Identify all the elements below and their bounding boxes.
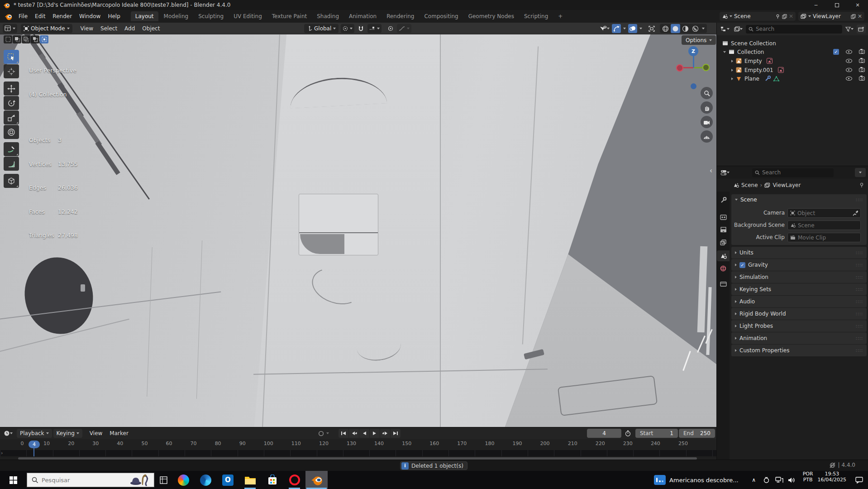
tool-select-box[interactable]	[4, 50, 19, 64]
outliner-row-empty[interactable]: Empty	[717, 57, 868, 65]
jump-to-end-button[interactable]	[391, 429, 401, 438]
overlays-toggle[interactable]	[628, 24, 637, 33]
tool-annotate[interactable]	[4, 142, 19, 156]
play-reverse-button[interactable]	[359, 429, 369, 438]
tab-animation[interactable]: Animation	[344, 11, 381, 21]
maximize-button[interactable]	[826, 0, 847, 10]
remove-icon[interactable]: ✕	[858, 13, 862, 19]
panel-grip[interactable]: ::::	[856, 299, 863, 304]
jump-next-keyframe-button[interactable]	[380, 429, 390, 438]
snap-toggle[interactable]	[357, 24, 365, 33]
tab-geometry-nodes[interactable]: Geometry Nodes	[464, 11, 519, 21]
properties-search[interactable]	[752, 168, 834, 177]
tab-render[interactable]	[717, 211, 730, 222]
expand-icon[interactable]	[731, 60, 733, 62]
select-mode-new[interactable]	[4, 35, 12, 43]
tab-rendering[interactable]: Rendering	[382, 11, 419, 21]
outliner-row-collection[interactable]: Collection ✓	[717, 48, 868, 56]
minimize-button[interactable]: ─	[806, 0, 826, 10]
playhead-line[interactable]	[33, 447, 34, 456]
panel-grip[interactable]: ::::	[856, 197, 863, 202]
gizmo-y-axis[interactable]	[702, 64, 710, 71]
panel-grip[interactable]: ::::	[856, 263, 863, 267]
section-light-probes[interactable]: Light Probes::::	[731, 320, 867, 332]
keying-menu[interactable]: Keying	[53, 429, 82, 438]
start-button[interactable]	[0, 471, 27, 489]
scene-selector[interactable]: Scene ✕	[720, 12, 796, 21]
playback-menu[interactable]: Playback	[17, 429, 52, 438]
tool-transform[interactable]	[4, 125, 19, 139]
taskbar-app-copilot[interactable]	[172, 471, 195, 489]
expand-icon[interactable]	[731, 69, 733, 72]
tab-world[interactable]	[717, 263, 730, 274]
menu-item[interactable]: Help	[104, 13, 124, 19]
scrollbar-handle[interactable]	[18, 457, 697, 460]
tab-tool[interactable]	[717, 194, 730, 205]
select-mode-subtract[interactable]	[22, 35, 30, 43]
scene-panel-header[interactable]: Scene ::::	[731, 194, 867, 205]
gizmos-dropdown[interactable]	[622, 24, 627, 33]
select-mode-extend[interactable]	[13, 35, 21, 43]
use-preview-range-toggle[interactable]	[624, 429, 632, 438]
section-rigid-body-world[interactable]: Rigid Body World::::	[731, 308, 867, 320]
zoom-button[interactable]	[701, 87, 713, 99]
tab-output[interactable]	[717, 224, 730, 235]
pan-hand-button[interactable]	[701, 101, 713, 114]
taskbar-app-store[interactable]	[261, 471, 283, 489]
overlays-dropdown[interactable]	[638, 24, 644, 33]
outliner-row-scene-collection[interactable]: Scene Collection	[717, 39, 868, 48]
outliner-display-mode-dropdown[interactable]	[719, 24, 731, 34]
viewport-menu-item[interactable]: Object	[138, 25, 163, 32]
gizmo-x-axis[interactable]	[676, 64, 683, 72]
properties-search-input[interactable]	[762, 169, 812, 176]
shading-solid-button[interactable]	[671, 24, 680, 33]
tool-measure[interactable]	[4, 157, 19, 171]
mode-dropdown[interactable]: Object Mode	[21, 24, 72, 33]
timeline-ruler[interactable]: 0102030405060708090100110120130140150160…	[0, 439, 716, 450]
ortho-toggle-button[interactable]	[701, 130, 713, 143]
3d-viewport[interactable]: Options User Perspective (4) Collection …	[0, 34, 716, 427]
viewport-menu-item[interactable]: Add	[121, 25, 138, 32]
section-simulation[interactable]: Simulation::::	[731, 271, 867, 283]
menu-item[interactable]: File	[15, 13, 31, 19]
tab-modeling[interactable]: Modeling	[159, 11, 193, 21]
tab-scripting[interactable]: Scripting	[520, 11, 553, 21]
tab-shading[interactable]: Shading	[312, 11, 343, 21]
disable-render-camera-icon[interactable]	[859, 50, 865, 54]
start-frame-field[interactable]: Start1	[635, 429, 678, 438]
timeline-expand-arrow[interactable]: ›	[1, 450, 3, 456]
timeline-editor-type-button[interactable]	[2, 429, 14, 438]
taskbar-search[interactable]	[27, 473, 154, 487]
outliner-filter-id-dropdown[interactable]	[733, 24, 744, 34]
gravity-checkbox[interactable]: ✓	[739, 262, 745, 268]
editor-type-button[interactable]	[3, 24, 17, 33]
tab-texture-paint[interactable]: Texture Paint	[267, 11, 311, 21]
tab-scene[interactable]	[717, 250, 730, 261]
snap-target-dropdown[interactable]	[367, 24, 382, 33]
eyedropper-icon[interactable]	[853, 211, 858, 216]
hide-viewport-eye-icon[interactable]	[846, 68, 852, 72]
proportional-falloff-dropdown[interactable]	[397, 24, 411, 33]
tab-compositing[interactable]: Compositing	[420, 11, 463, 21]
new-collection-button[interactable]	[857, 24, 866, 34]
tab-sculpting[interactable]: Sculpting	[194, 11, 228, 21]
viewport-menu-item[interactable]: View	[77, 25, 97, 32]
taskbar-app-outlook[interactable]: O	[217, 471, 239, 489]
timeline-track[interactable]	[0, 450, 716, 456]
section-animation[interactable]: Animation::::	[731, 332, 867, 344]
outliner-row-empty-001[interactable]: Empty.001	[717, 66, 868, 74]
tool-scale[interactable]	[4, 110, 19, 125]
tool-cursor[interactable]	[4, 64, 19, 78]
xray-toggle[interactable]	[647, 24, 656, 33]
tab-view-layer[interactable]	[717, 237, 730, 248]
jump-prev-keyframe-button[interactable]	[349, 429, 359, 438]
tool-rotate[interactable]	[4, 96, 19, 110]
options-button[interactable]: Options	[682, 35, 716, 45]
visibility-dropdown[interactable]	[598, 24, 611, 33]
panel-grip[interactable]: ::::	[856, 324, 863, 328]
menu-item[interactable]: Window	[76, 13, 104, 19]
tray-network-icon[interactable]	[773, 471, 786, 489]
play-button[interactable]	[370, 429, 380, 438]
duplicate-icon[interactable]	[782, 14, 787, 19]
taskbar-news-widget[interactable]: Americanos descobre...	[651, 471, 741, 489]
